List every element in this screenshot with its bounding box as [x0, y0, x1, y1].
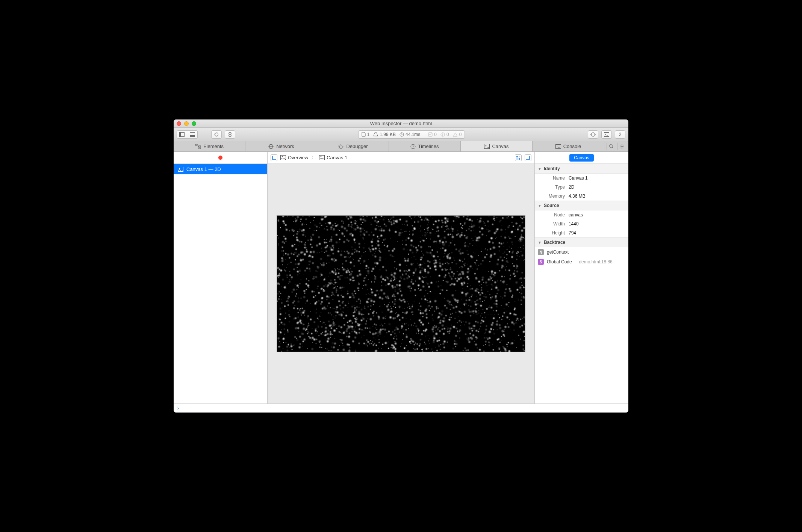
svg-rect-9 — [442, 134, 443, 136]
tabstrip: Elements Network Debugger Timelines Canv… — [174, 141, 628, 152]
source-node-label: Node — [538, 212, 569, 218]
close-icon[interactable] — [177, 121, 181, 126]
pathbar: Overview 〉 Canvas 1 — [268, 152, 534, 164]
svg-rect-1 — [180, 132, 181, 136]
panel-right-icon — [526, 156, 530, 160]
zoom-icon[interactable] — [192, 121, 196, 126]
svg-rect-13 — [199, 146, 201, 147]
source-node-value[interactable]: canvas — [569, 212, 583, 218]
tabstrip-tools — [604, 141, 628, 151]
record-indicator-icon[interactable] — [218, 156, 222, 160]
toolbar: 1 1.99 KB 44.1ms 0 0 0 — [174, 128, 628, 141]
dock-bottom-icon — [190, 132, 195, 137]
error-counter[interactable]: 2 — [615, 130, 625, 139]
sidebar-item-label: Canvas 1 — 2D — [186, 166, 221, 172]
warnings-count: 0 — [459, 132, 462, 137]
minimize-icon[interactable] — [184, 121, 189, 126]
image-icon — [319, 155, 325, 160]
traffic-lights — [177, 121, 196, 126]
script-badge-icon: S — [538, 259, 544, 265]
tab-console[interactable]: Console — [533, 141, 604, 151]
crosshair-icon — [590, 132, 596, 137]
svg-rect-33 — [516, 158, 518, 160]
dock-bottom-button[interactable] — [187, 130, 198, 139]
tab-elements-label: Elements — [203, 144, 224, 149]
section-source[interactable]: ▼ Source — [535, 201, 628, 210]
section-identity[interactable]: ▼ Identity — [535, 164, 628, 174]
timelines-icon — [410, 144, 416, 149]
inspector-panel: Canvas ▼ Identity NameCanvas 1 Type2D Me… — [534, 152, 628, 404]
sidebar-item-canvas-1[interactable]: Canvas 1 — 2D — [174, 164, 267, 174]
download-button[interactable] — [225, 130, 235, 139]
tab-network-label: Network — [276, 144, 294, 149]
identity-memory-value: 4.36 MB — [569, 193, 586, 199]
canvas-preview-area — [268, 164, 534, 404]
tab-console-label: Console — [563, 144, 581, 149]
info-icon — [440, 132, 445, 137]
svg-rect-11 — [604, 132, 609, 136]
clock-icon — [399, 132, 404, 137]
tab-debugger-label: Debugger — [346, 144, 368, 149]
document-icon — [362, 132, 366, 137]
inspector-header: Canvas — [535, 152, 628, 164]
dock-left-button[interactable] — [177, 130, 187, 139]
identity-name-value: Canvas 1 — [569, 175, 588, 181]
svg-point-28 — [282, 156, 283, 157]
tab-debugger[interactable]: Debugger — [317, 141, 389, 151]
backtrace-frame-0: getContext — [547, 249, 569, 255]
center-panel: Overview 〉 Canvas 1 — [268, 152, 534, 404]
resources-count: 1 — [367, 132, 370, 137]
inspect-element-button[interactable] — [588, 130, 598, 139]
section-backtrace-title: Backtrace — [544, 240, 565, 245]
section-identity-title: Identity — [544, 166, 560, 171]
scope-pill[interactable]: Canvas — [569, 154, 594, 162]
toggle-left-sidebar-button[interactable] — [271, 154, 277, 161]
svg-rect-36 — [529, 156, 530, 159]
svg-point-21 — [610, 145, 613, 148]
load-time: 44.1ms — [406, 132, 420, 137]
dock-left-icon — [179, 132, 185, 137]
tab-timelines[interactable]: Timelines — [389, 141, 461, 151]
svg-rect-31 — [516, 156, 518, 157]
tab-canvas[interactable]: Canvas — [461, 141, 533, 151]
grid-icon — [516, 156, 521, 160]
breadcrumb-overview[interactable]: Overview — [280, 155, 308, 160]
prompt-icon: › — [177, 405, 180, 411]
grid-toggle-button[interactable] — [515, 154, 522, 161]
svg-point-24 — [179, 168, 180, 169]
svg-rect-14 — [199, 148, 201, 149]
console-toggle-button[interactable] — [601, 130, 612, 139]
prompt-icon — [604, 132, 609, 137]
section-backtrace[interactable]: ▼ Backtrace — [535, 237, 628, 247]
svg-rect-26 — [272, 156, 274, 159]
toggle-right-sidebar-button[interactable] — [525, 154, 531, 161]
search-button[interactable] — [607, 143, 616, 150]
native-badge-icon: N — [538, 249, 544, 255]
breadcrumb-current[interactable]: Canvas 1 — [319, 155, 347, 160]
console-prompt[interactable]: › — [174, 404, 628, 413]
svg-point-16 — [339, 145, 342, 149]
log-icon — [428, 132, 433, 137]
download-icon — [227, 132, 233, 137]
backtrace-row-0[interactable]: N getContext — [535, 247, 628, 257]
identity-type-value: 2D — [569, 184, 574, 190]
svg-point-10 — [591, 133, 595, 136]
image-icon — [280, 155, 286, 160]
tab-network[interactable]: Network — [245, 141, 317, 151]
settings-button[interactable] — [617, 143, 626, 150]
disclosure-triangle-icon: ▼ — [538, 167, 542, 171]
svg-rect-12 — [195, 144, 197, 145]
reload-button[interactable] — [211, 130, 222, 139]
breadcrumb-current-label: Canvas 1 — [327, 155, 347, 160]
svg-point-19 — [486, 145, 487, 146]
canvas-preview — [277, 215, 525, 352]
window-title: Web Inspector — demo.html — [174, 121, 628, 126]
tab-elements[interactable]: Elements — [174, 141, 245, 151]
backtrace-row-1[interactable]: S Global Code — demo.html:18:86 — [535, 257, 628, 267]
sidebar-left: Canvas 1 — 2D — [174, 152, 268, 404]
identity-name-label: Name — [538, 175, 569, 181]
identity-memory-label: Memory — [538, 193, 569, 199]
panel-left-icon — [272, 156, 276, 160]
canvas-item-icon — [177, 166, 183, 172]
identity-type-label: Type — [538, 184, 569, 190]
